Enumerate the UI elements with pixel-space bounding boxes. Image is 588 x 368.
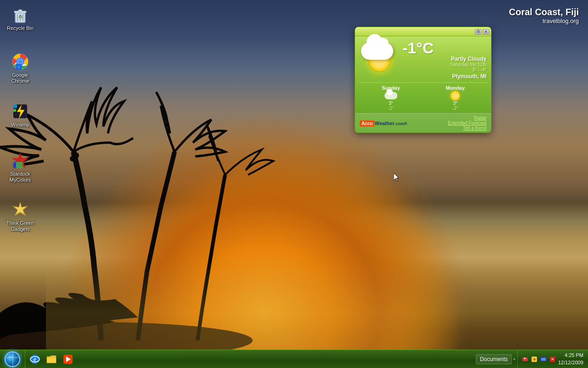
forecast-monday-icon (451, 91, 460, 100)
recycle-bin-icon[interactable]: ♻ Recycle Bin (4, 4, 37, 33)
weather-close-button[interactable]: ✕ (483, 29, 489, 34)
svg-point-2 (70, 156, 75, 161)
weather-info: -1°C Partly Cloudy Saturday the 12th 3° … (400, 40, 486, 80)
weather-date: Saturday the 12th (402, 62, 486, 67)
ie-taskbar-icon[interactable]: e (28, 352, 42, 367)
forecast-sunday-icon (384, 92, 397, 99)
clock-time: 4:25 PM (558, 352, 583, 359)
tray-icon-1[interactable] (521, 356, 529, 363)
svg-text:♻: ♻ (18, 14, 23, 19)
winamp-icon-image (11, 102, 29, 121)
svg-rect-36 (541, 358, 546, 361)
weather-condition: Partly Cloudy (402, 56, 486, 62)
svg-rect-28 (47, 357, 56, 363)
weather-main: -1°C Partly Cloudy Saturday the 12th 3° … (355, 36, 491, 82)
folder-taskbar-icon[interactable] (44, 352, 59, 367)
weather-cloud-icon (361, 42, 393, 60)
weather-restore-button[interactable]: ⧉ (475, 29, 481, 34)
think-green-icon-image (11, 201, 29, 219)
location-city: Coral Coast, Fiji (509, 7, 579, 17)
media-player-taskbar-icon[interactable] (61, 352, 75, 367)
think-green-gadgets-icon[interactable]: Think GreenGadgets (4, 199, 37, 234)
system-clock[interactable]: 4:25 PM 12/12/2009 (558, 352, 583, 366)
weather-widget: ⧉ ✕ -1°C Partly Cloudy Saturday the 12th… (355, 27, 492, 133)
weather-icon-area (359, 40, 400, 77)
documents-chevron[interactable]: » (513, 356, 515, 362)
clock-date: 12/12/2009 (558, 359, 583, 366)
mouse-cursor (394, 173, 399, 181)
tell-friend-link[interactable]: Tell a friend (463, 126, 486, 131)
taskbar-docs-area: Documents » (476, 354, 515, 364)
location-display: Coral Coast, Fiji travelblog.org (509, 7, 579, 24)
taskbar-right: Documents » ★ (471, 350, 588, 368)
svg-text:i: i (18, 65, 19, 69)
accuweather-brand: AccuWeather.com® (360, 121, 407, 126)
forecast-monday-high: 3° (423, 101, 487, 106)
start-globe-icon (5, 351, 20, 367)
svg-text:✕: ✕ (551, 357, 554, 362)
recycle-bin-image: ♻ (11, 6, 29, 24)
weather-temperature: -1°C (402, 40, 486, 56)
weather-range: 3° - -4° (402, 67, 486, 72)
forecast-sunday: Sunday 3° -2° (359, 85, 423, 111)
system-tray: ★ ✕ 4:25 PM 12/12/2009 (517, 350, 583, 368)
weather-location: Plymouth, MI (402, 73, 486, 80)
svg-rect-8 (18, 10, 22, 12)
stardock-label: StardockMyColors (6, 171, 35, 183)
tray-icon-4[interactable]: ✕ (549, 356, 556, 363)
svg-point-13 (18, 60, 22, 63)
chrome-icon-image: i (11, 52, 29, 71)
forecast-sunday-high: 3° (359, 101, 423, 106)
svg-rect-19 (13, 109, 16, 112)
taskbar: e Documents » (0, 350, 588, 368)
forecast-monday-name: Monday (423, 85, 487, 91)
radar-link[interactable]: Radar (474, 115, 486, 121)
extended-forecast-link[interactable]: Extended Forecast (448, 121, 486, 126)
winamp-icon[interactable]: Winamp (4, 100, 37, 130)
documents-button[interactable]: Documents (476, 354, 512, 364)
documents-label: Documents (480, 356, 508, 362)
start-button[interactable] (0, 350, 25, 368)
think-green-label: Think GreenGadgets (6, 220, 35, 232)
svg-rect-22 (16, 162, 23, 168)
svg-text:e: e (34, 356, 36, 362)
stardock-mycolors-icon[interactable]: StardockMyColors (4, 150, 37, 185)
desktop: Coral Coast, Fiji travelblog.org ♻ Recyc… (0, 0, 588, 368)
forecast-monday-low: -2° (423, 106, 487, 111)
stardock-icon-image (11, 151, 29, 170)
winamp-label: Winamp (6, 122, 35, 128)
google-chrome-icon[interactable]: i GoogleChrome (4, 51, 37, 86)
taskbar-quick-launch: e (25, 350, 78, 368)
forecast-sunday-low: -2° (359, 106, 423, 111)
weather-links: Radar Extended Forecast Tell a friend (448, 115, 486, 131)
tray-icon-2[interactable]: ★ (531, 356, 538, 363)
weather-footer: AccuWeather.com® Radar Extended Forecast… (355, 113, 491, 132)
weather-forecast: Sunday 3° -2° Monday 3° -2° (359, 82, 487, 113)
svg-text:★: ★ (532, 357, 536, 362)
recycle-bin-label: Recycle Bin (6, 25, 35, 31)
forecast-monday: Monday 3° -2° (423, 85, 487, 111)
location-website: travelblog.org (509, 17, 579, 24)
chrome-label: GoogleChrome (6, 72, 35, 84)
tray-icon-3[interactable] (540, 356, 547, 363)
svg-rect-18 (13, 104, 17, 108)
palm-silhouettes (0, 74, 322, 350)
